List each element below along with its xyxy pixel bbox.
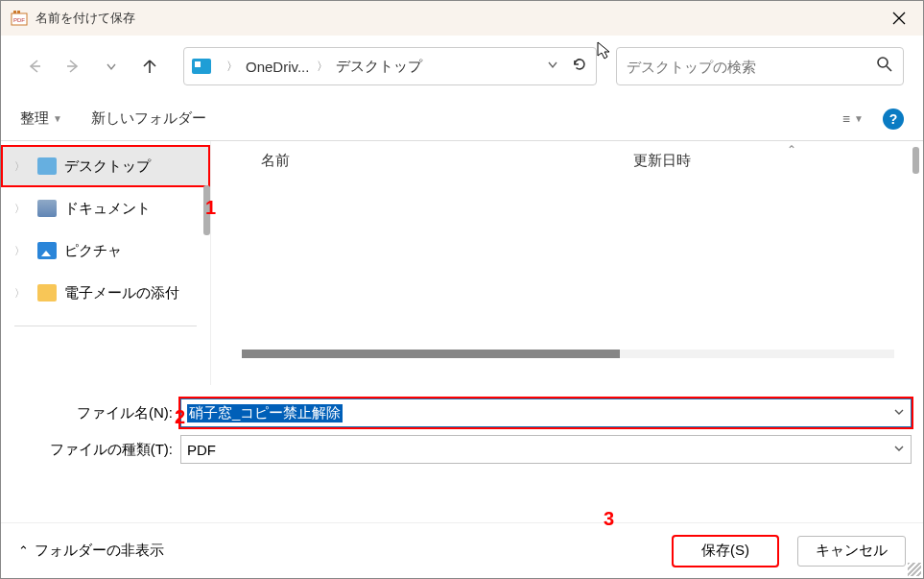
filetype-field[interactable]: PDF: [180, 435, 912, 464]
breadcrumb-part[interactable]: OneDriv...: [246, 59, 309, 75]
svg-rect-2: [17, 11, 20, 13]
new-folder-button[interactable]: 新しいフォルダー: [91, 109, 206, 128]
breadcrumb-part[interactable]: デスクトップ: [336, 58, 422, 76]
address-bar[interactable]: 〉 OneDriv... 〉 デスクトップ: [183, 47, 597, 85]
annotation-2: 2: [175, 406, 185, 428]
hide-folders-toggle[interactable]: ⌃ フォルダーの非表示: [18, 542, 164, 560]
filetype-value: PDF: [187, 442, 216, 458]
chevron-right-icon[interactable]: 〉: [14, 159, 30, 174]
column-name[interactable]: 名前: [211, 152, 633, 170]
main-area: 〉 デスクトップ 〉 ドキュメント 〉 ピクチャ 〉 電子メールの添付 ⌃ 名前…: [1, 141, 923, 385]
file-list: ⌃ 名前 更新日時: [210, 141, 923, 385]
sort-indicator-icon: ⌃: [787, 143, 796, 157]
chevron-down-icon[interactable]: [893, 406, 905, 421]
view-mode-button[interactable]: ▼: [842, 110, 864, 128]
column-date[interactable]: 更新日時: [633, 152, 923, 170]
filename-value: 硝子窓_コピー禁止解除: [187, 404, 343, 422]
tree-item-email[interactable]: 〉 電子メールの添付: [1, 272, 210, 314]
window-title: 名前を付けて保存: [36, 10, 135, 27]
close-button[interactable]: [875, 1, 923, 36]
app-icon: PDF: [11, 10, 28, 27]
address-dropdown[interactable]: [546, 58, 559, 75]
tree-label: 電子メールの添付: [64, 284, 179, 302]
pictures-icon: [37, 242, 57, 259]
save-button[interactable]: 保存(S): [673, 536, 778, 567]
search-box[interactable]: [616, 47, 904, 85]
breadcrumb: 〉 OneDriv... 〉 デスクトップ: [219, 58, 540, 76]
up-button[interactable]: [135, 52, 164, 81]
back-button[interactable]: [20, 52, 49, 81]
refresh-button[interactable]: [571, 56, 588, 78]
search-input[interactable]: [627, 59, 876, 75]
sidebar: 〉 デスクトップ 〉 ドキュメント 〉 ピクチャ 〉 電子メールの添付: [1, 141, 210, 385]
recent-dropdown[interactable]: [97, 52, 126, 81]
cancel-button[interactable]: キャンセル: [797, 536, 906, 567]
divider: [14, 326, 197, 326]
help-button[interactable]: ?: [883, 109, 904, 130]
tree-item-desktop[interactable]: 〉 デスクトップ: [1, 145, 210, 187]
tree-label: デスクトップ: [64, 157, 151, 176]
column-headers: 名前 更新日時: [211, 141, 923, 180]
chevron-right-icon[interactable]: 〉: [14, 244, 30, 258]
tree-label: ピクチャ: [64, 242, 122, 260]
footer: ⌃ フォルダーの非表示 保存(S) キャンセル: [1, 522, 923, 578]
chevron-down-icon: ▼: [53, 113, 62, 124]
titlebar: PDF 名前を付けて保存: [1, 1, 923, 36]
svg-rect-1: [13, 11, 16, 13]
chevron-down-icon[interactable]: [893, 443, 905, 457]
chevron-up-icon: ⌃: [18, 543, 29, 558]
organize-button[interactable]: 整理 ▼: [20, 109, 62, 128]
svg-text:PDF: PDF: [13, 17, 25, 23]
documents-icon: [37, 200, 57, 217]
save-form: ファイル名(N): 硝子窓_コピー禁止解除 ファイルの種類(T): PDF: [1, 385, 923, 473]
forward-button[interactable]: [59, 52, 87, 81]
toolbar: 整理 ▼ 新しいフォルダー ▼ ?: [1, 97, 923, 141]
folder-icon: [37, 157, 57, 175]
chevron-right-icon[interactable]: 〉: [317, 59, 328, 75]
chevron-right-icon[interactable]: 〉: [14, 286, 30, 301]
location-icon: [192, 59, 211, 74]
annotation-1: 1: [205, 197, 216, 219]
chevron-right-icon[interactable]: 〉: [226, 59, 238, 75]
filename-field[interactable]: 硝子窓_コピー禁止解除: [180, 398, 912, 427]
navbar: 〉 OneDriv... 〉 デスクトップ: [1, 36, 923, 97]
hide-folders-label: フォルダーの非表示: [35, 542, 164, 560]
filetype-label: ファイルの種類(T):: [12, 441, 180, 459]
vertical-scrollbar[interactable]: [912, 147, 919, 174]
annotation-3: 3: [604, 508, 614, 530]
tree-item-documents[interactable]: 〉 ドキュメント: [1, 187, 210, 229]
resize-grip[interactable]: [908, 563, 921, 576]
svg-point-8: [878, 58, 888, 67]
file-list-body[interactable]: [211, 180, 923, 362]
mail-folder-icon: [37, 284, 57, 302]
search-icon[interactable]: [876, 56, 893, 77]
horizontal-scrollbar[interactable]: [242, 350, 894, 358]
filename-label: ファイル名(N):: [12, 404, 180, 422]
scrollbar-thumb[interactable]: [242, 350, 620, 358]
chevron-right-icon[interactable]: 〉: [14, 202, 30, 216]
svg-line-9: [887, 66, 891, 71]
tree-item-pictures[interactable]: 〉 ピクチャ: [1, 229, 210, 272]
tree-label: ドキュメント: [64, 200, 151, 218]
